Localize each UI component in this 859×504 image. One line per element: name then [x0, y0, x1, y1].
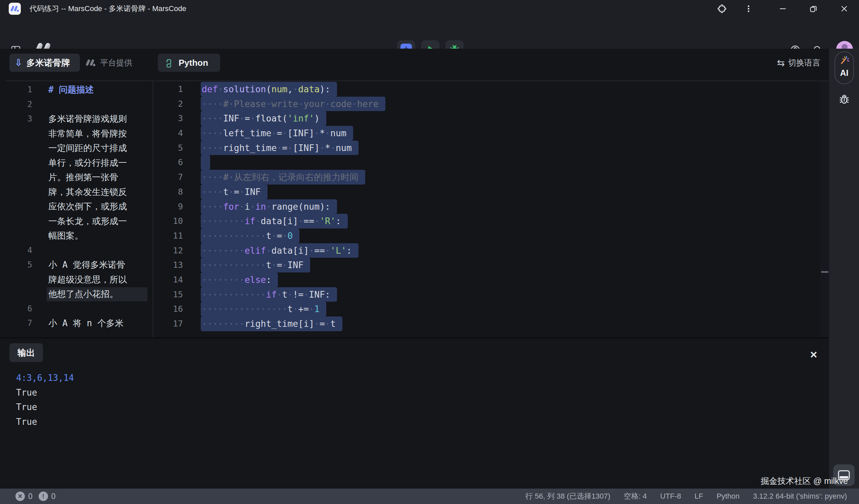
encoding[interactable]: UTF-8: [660, 492, 681, 501]
code-line[interactable]: 14········else:: [153, 273, 820, 287]
code-line[interactable]: 8····t·=·INF: [153, 185, 820, 199]
interpreter[interactable]: 3.12.2 64-bit ('shims': pyenv): [753, 492, 847, 501]
problem-line[interactable]: 牌，其余发生连锁反: [0, 185, 152, 200]
right-sidebar: AI: [829, 49, 859, 489]
ai-assistant-button[interactable]: AI: [834, 51, 854, 84]
code-line[interactable]: 10········if·data[i]·==·'R':: [153, 214, 820, 229]
provider-badge[interactable]: 平台提供: [85, 54, 132, 72]
watermark: 掘金技术社区 @ milkve: [760, 475, 848, 487]
code-line[interactable]: 11············t·=·0: [153, 229, 820, 243]
title-bar: 代码练习 -- MarsCode - 多米诺骨牌 - MarsCode: [0, 0, 859, 17]
code-line[interactable]: 15············if·t·!=·INF:: [153, 287, 820, 302]
swap-arrows-icon: ⇆: [777, 57, 785, 68]
problem-line[interactable]: 幅图案。: [0, 229, 152, 243]
code-line[interactable]: 16················t·+=·1: [153, 302, 820, 317]
code-line[interactable]: 17········right_time[i]·=·t: [153, 317, 820, 331]
minimap[interactable]: [820, 81, 829, 337]
problem-line[interactable]: 5小 A 觉得多米诺骨: [0, 258, 152, 273]
code-line[interactable]: 7····#·从左到右，记录向右的推力时间: [153, 170, 820, 185]
switch-language-label: 切换语言: [788, 57, 820, 68]
toolbar: +: [0, 17, 859, 49]
problem-line[interactable]: 1# 问题描述: [0, 82, 152, 97]
output-line: 4:3,6,13,14: [16, 371, 74, 385]
warnings-icon[interactable]: !: [39, 492, 48, 501]
sidebar-debug-button[interactable]: [838, 92, 851, 106]
output-panel: 输出 ✕ 4:3,6,13,14TrueTrueTrue: [0, 339, 829, 489]
code-line[interactable]: 4····left_time·=·[INF]·*·num: [153, 126, 820, 141]
problem-line[interactable]: 单行，或分行排成一: [0, 156, 152, 170]
scrollbar-thumb[interactable]: [821, 271, 828, 273]
code-line[interactable]: 12········elif·data[i]·==·'L':: [153, 243, 820, 258]
provider-label: 平台提供: [100, 57, 132, 68]
problem-line[interactable]: 牌超级没意思，所以: [0, 273, 152, 287]
code-line[interactable]: 6: [153, 155, 820, 170]
close-button[interactable]: [838, 2, 851, 15]
problem-line[interactable]: 3多米诺骨牌游戏规则: [0, 112, 152, 126]
status-bar: ✕ 0 ! 0 行 56, 列 38 (已选择1307) 空格: 4 UTF-8…: [0, 489, 859, 504]
output-line: True: [16, 400, 74, 415]
line-ending[interactable]: LF: [694, 492, 703, 501]
window-title: 代码练习 -- MarsCode - 多米诺骨牌 - MarsCode: [30, 0, 186, 17]
problem-line[interactable]: 应依次倒下，或形成: [0, 199, 152, 214]
bug-outline-icon: [838, 93, 850, 105]
ai-label: AI: [840, 68, 848, 78]
tabs-divider: [5, 80, 829, 81]
problem-line[interactable]: 片。推倒第一张骨: [0, 170, 152, 185]
problem-line[interactable]: 6: [0, 302, 152, 317]
tab-output[interactable]: 输出: [10, 343, 43, 362]
ai-sparkle-icon: [838, 55, 850, 67]
cursor-position[interactable]: 行 56, 列 38 (已选择1307): [525, 491, 610, 501]
marscode-mini-logo: [85, 58, 97, 67]
problem-line[interactable]: 非常简单，将骨牌按: [0, 126, 152, 141]
python-tab-label: Python: [179, 58, 208, 68]
warning-count[interactable]: 0: [51, 492, 56, 501]
main-area: ⇩ 多米诺骨牌 平台提供 Python ⇆ 切换语言 1# 问题描述23多米诺骨…: [0, 49, 859, 489]
code-line[interactable]: 1def·solution(num,·data):: [153, 82, 820, 97]
problem-lines: 1# 问题描述23多米诺骨牌游戏规则非常简单，将骨牌按一定间距的尺寸排成单行，或…: [0, 82, 152, 331]
code-line[interactable]: 2····#·Please·write·your·code·here: [153, 97, 820, 111]
language-mode[interactable]: Python: [717, 492, 740, 501]
problem-line[interactable]: 7小 A 将 n 个多米: [0, 316, 152, 331]
menu-kebab-icon[interactable]: [742, 2, 755, 15]
restore-button[interactable]: [807, 2, 820, 15]
problem-line[interactable]: 一条长龙，或形成一: [0, 214, 152, 229]
code-lines: 1def·solution(num,·data):2····#·Please·w…: [153, 82, 820, 331]
code-line[interactable]: 3····INF·=·float('inf'): [153, 111, 820, 126]
minimize-button[interactable]: [776, 2, 789, 15]
tab-python[interactable]: Python: [158, 54, 220, 72]
problem-line[interactable]: 一定间距的尺寸排成: [0, 141, 152, 156]
problem-tab-label: 多米诺骨牌: [27, 57, 70, 69]
app-logo-icon: [9, 3, 21, 15]
errors-icon[interactable]: ✕: [15, 492, 25, 501]
code-line[interactable]: 9····for·i·in·range(num):: [153, 199, 820, 214]
code-line[interactable]: 13············t·=·INF: [153, 258, 820, 273]
download-arrow-icon: ⇩: [15, 57, 22, 68]
code-line[interactable]: 5····right_time·=·[INF]·*·num: [153, 141, 820, 155]
python-icon: [164, 58, 174, 68]
indentation-setting[interactable]: 空格: 4: [624, 491, 647, 501]
error-count[interactable]: 0: [28, 492, 33, 501]
problem-line[interactable]: 2: [0, 97, 152, 112]
output-lines: 4:3,6,13,14TrueTrueTrue: [16, 371, 74, 429]
switch-language-button[interactable]: ⇆ 切换语言: [777, 54, 820, 72]
extensions-icon[interactable]: [715, 2, 728, 15]
tab-problem[interactable]: ⇩ 多米诺骨牌: [10, 54, 80, 72]
output-line: True: [16, 385, 74, 400]
problem-line[interactable]: 4: [0, 243, 152, 258]
output-line: True: [16, 415, 74, 429]
output-close-button[interactable]: ✕: [807, 348, 820, 362]
problem-line[interactable]: 他想了点小花招。: [0, 287, 152, 302]
